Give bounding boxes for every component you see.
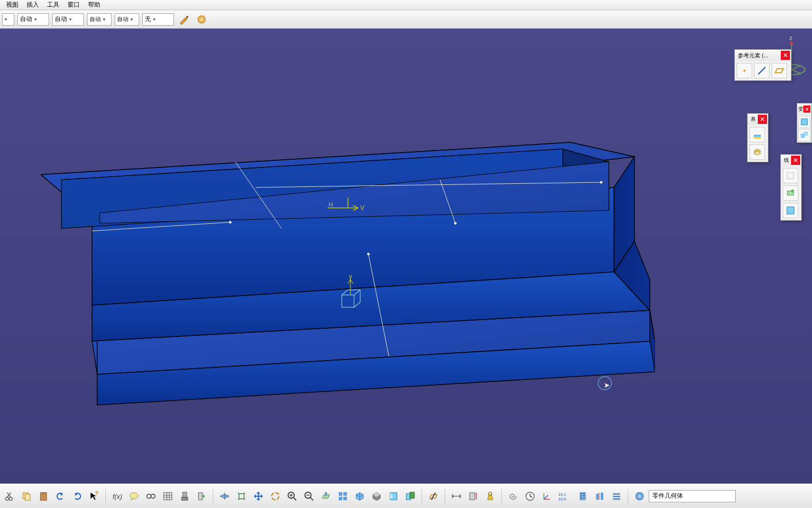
zoom-in-icon[interactable] xyxy=(284,489,300,504)
swap-visible-icon[interactable] xyxy=(403,489,418,504)
status-body-field[interactable]: 零件几何体 xyxy=(649,490,736,502)
sphere-icon[interactable] xyxy=(194,12,209,27)
transform-panel-title-label: 变 xyxy=(798,105,803,113)
transform-tool-1-icon[interactable] xyxy=(798,116,810,128)
sketch-icon[interactable] xyxy=(426,489,441,504)
base-panel[interactable]: 基 ✕ xyxy=(747,113,769,162)
dropdown-auto-1-label: 自动 xyxy=(20,15,32,24)
multiview-icon[interactable] xyxy=(335,489,350,504)
link-icon[interactable] xyxy=(143,489,159,504)
dropdown-auto-1[interactable]: 自动▾ xyxy=(17,13,49,26)
dropdown-autos-1[interactable]: 自动▾ xyxy=(87,13,112,26)
base-panel-body xyxy=(748,125,768,162)
svg-text:z: z xyxy=(789,35,793,41)
3d-viewport[interactable]: H V y z 参考元素 (... ✕ xyxy=(0,29,812,483)
copy-icon[interactable] xyxy=(19,489,34,504)
catalog-icon[interactable] xyxy=(609,489,624,504)
svg-rect-60 xyxy=(40,493,47,500)
dropdown-auto-2[interactable]: 自动▾ xyxy=(52,13,84,26)
reference-elements-panel[interactable]: 参考元素 (... ✕ xyxy=(734,49,792,81)
plane-tool-icon[interactable] xyxy=(772,63,787,78)
mean-dim-icon[interactable] xyxy=(592,489,607,504)
mass-icon[interactable] xyxy=(482,489,498,504)
paste-icon[interactable] xyxy=(36,489,51,504)
material-icon[interactable] xyxy=(632,489,647,504)
hide-show-icon[interactable] xyxy=(386,489,401,504)
transform-tool-2-icon[interactable] xyxy=(798,129,810,141)
clock-icon[interactable] xyxy=(522,489,538,504)
transform-panel-title[interactable]: 变 ✕ xyxy=(797,103,811,115)
svg-rect-87 xyxy=(343,492,347,496)
cut-icon[interactable] xyxy=(2,489,17,504)
table-icon[interactable] xyxy=(160,489,175,504)
measure-between-icon[interactable] xyxy=(449,489,464,504)
undo-icon[interactable] xyxy=(53,489,68,504)
line-panel-title[interactable]: 线 ✕ xyxy=(781,155,801,166)
fly-icon[interactable] xyxy=(217,489,232,504)
svg-rect-112 xyxy=(613,496,620,497)
layers-tool-icon[interactable] xyxy=(750,144,765,160)
paint-icon[interactable] xyxy=(177,12,191,27)
line-tool-3-icon[interactable] xyxy=(783,203,798,218)
knowledge-icon[interactable] xyxy=(194,489,209,504)
zoom-out-icon[interactable] xyxy=(301,489,317,504)
svg-rect-109 xyxy=(601,493,603,500)
svg-text:10.0: 10.0 xyxy=(558,497,566,501)
dropdown-autos-2[interactable]: 自动▾ xyxy=(115,13,139,26)
spiral-icon[interactable] xyxy=(506,489,521,504)
reference-panel-title[interactable]: 参考元素 (... ✕ xyxy=(735,50,791,61)
formula-icon[interactable]: f(x) xyxy=(109,489,125,504)
shading-icon[interactable] xyxy=(369,489,384,504)
part-solid: H V y xyxy=(41,121,655,408)
help-pointer-icon[interactable]: ? xyxy=(86,489,102,504)
svg-rect-108 xyxy=(596,494,599,500)
separator xyxy=(501,489,502,503)
line-tool-1-icon[interactable] xyxy=(783,168,798,183)
normal-view-icon[interactable] xyxy=(318,489,334,504)
svg-point-45 xyxy=(743,70,745,72)
bottom-toolbar: ? f(x) 10.110.0 零件几何体 xyxy=(0,483,812,508)
svg-rect-89 xyxy=(343,497,347,500)
svg-point-43 xyxy=(790,41,793,45)
close-icon[interactable]: ✕ xyxy=(803,105,810,113)
line-tool-2-icon[interactable] xyxy=(783,185,798,201)
svg-rect-74 xyxy=(199,493,203,500)
base-panel-title[interactable]: 基 ✕ xyxy=(748,114,768,125)
iso-view-icon[interactable] xyxy=(352,489,367,504)
svg-point-1 xyxy=(197,15,206,24)
menu-window[interactable]: 窗口 xyxy=(63,0,84,10)
fit-all-icon[interactable] xyxy=(234,489,249,504)
menu-tools[interactable]: 工具 xyxy=(43,0,63,10)
svg-point-24 xyxy=(229,221,232,224)
ground-tool-icon[interactable] xyxy=(750,127,765,142)
svg-rect-73 xyxy=(182,497,188,500)
axis-system-icon[interactable] xyxy=(539,489,555,504)
thread-icon[interactable] xyxy=(575,489,590,504)
close-icon[interactable]: ✕ xyxy=(781,51,790,60)
dropdown-1[interactable]: ▾ xyxy=(2,13,14,26)
dimension-icon[interactable]: 10.110.0 xyxy=(556,489,574,504)
status-body-label: 零件几何体 xyxy=(652,492,683,500)
pan-icon[interactable] xyxy=(251,489,266,504)
close-icon[interactable]: ✕ xyxy=(791,156,800,165)
comment-icon[interactable] xyxy=(126,489,142,504)
line-tool-icon[interactable] xyxy=(754,63,770,78)
feature-tree-icon[interactable] xyxy=(177,489,192,504)
svg-point-26 xyxy=(600,181,603,184)
measure-item-icon[interactable] xyxy=(466,489,481,504)
top-toolbar: ▾ 自动▾ 自动▾ 自动▾ 自动▾ 无▾ xyxy=(0,10,812,29)
menu-insert[interactable]: 插入 xyxy=(23,0,43,10)
svg-rect-67 xyxy=(164,493,172,500)
point-tool-icon[interactable] xyxy=(737,63,752,78)
menu-help[interactable]: 帮助 xyxy=(84,0,104,10)
dropdown-none[interactable]: 无▾ xyxy=(142,13,174,26)
separator xyxy=(213,489,213,503)
rotate-icon[interactable] xyxy=(268,489,283,504)
menu-view[interactable]: 视图 xyxy=(2,0,23,10)
close-icon[interactable]: ✕ xyxy=(758,115,767,124)
svg-rect-113 xyxy=(613,498,620,500)
svg-point-64 xyxy=(130,493,138,499)
redo-icon[interactable] xyxy=(70,489,85,504)
transform-panel[interactable]: 变 ✕ xyxy=(797,103,812,143)
line-panel[interactable]: 线 ✕ xyxy=(780,154,802,221)
